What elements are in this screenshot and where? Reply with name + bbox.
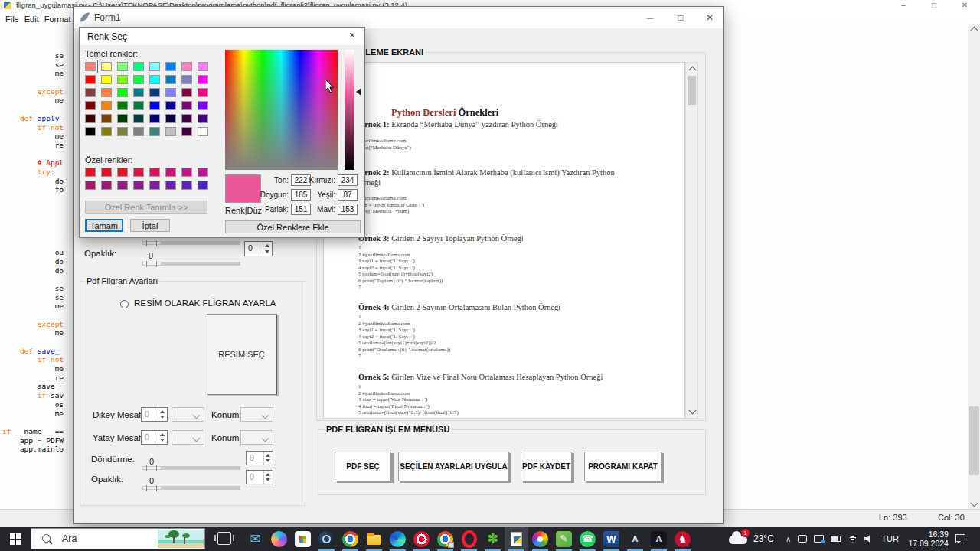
color-swatch[interactable] [181, 114, 192, 123]
tablet-mode-icon[interactable] [798, 535, 807, 543]
rotation-slider-bottom[interactable] [142, 466, 240, 470]
preview-scrollbar-thumb[interactable] [688, 76, 696, 105]
color-swatch[interactable] [149, 114, 160, 123]
paint-app-icon[interactable] [528, 527, 552, 551]
menu-format[interactable]: Format [44, 15, 71, 24]
color-swatch[interactable] [101, 114, 112, 123]
opacity-slider-bottom[interactable] [142, 486, 240, 490]
color-swatch[interactable] [165, 114, 176, 123]
opacity-slider[interactable] [142, 262, 240, 266]
color-swatch[interactable] [85, 181, 96, 190]
idle-maximize-button[interactable] [923, 0, 946, 10]
close-program-button[interactable]: PROGRAMI KAPAT [584, 452, 662, 481]
cancel-button[interactable]: İptal [130, 219, 170, 232]
color-swatch[interactable] [181, 75, 192, 84]
opacity-bottom-spinbox[interactable]: 0 [246, 470, 273, 484]
color-swatch[interactable] [198, 127, 208, 136]
color-swatch[interactable] [165, 168, 176, 177]
idle-scrollbar[interactable] [968, 24, 980, 509]
color-swatch[interactable] [181, 127, 192, 136]
color-swatch[interactable] [117, 127, 128, 136]
form1-close-button[interactable] [700, 10, 720, 25]
color-swatch[interactable] [181, 181, 192, 190]
define-custom-color-button[interactable]: Özel Renk Tanımla >> [85, 201, 207, 214]
color-swatch[interactable] [133, 88, 144, 97]
color-swatch[interactable] [101, 101, 112, 110]
opera-icon[interactable] [457, 527, 481, 551]
ok-button[interactable]: Tamam [85, 219, 123, 232]
color-swatch[interactable] [198, 114, 208, 123]
form1-maximize-button[interactable] [671, 10, 691, 25]
menu-file[interactable]: File [5, 15, 19, 24]
dark-app-a-icon[interactable]: A [623, 527, 647, 551]
kirmizi-input[interactable]: 234 [338, 174, 358, 186]
color-swatch[interactable] [133, 101, 144, 110]
mavi-input[interactable]: 153 [338, 204, 358, 215]
color-swatch[interactable] [165, 62, 176, 71]
color-swatch[interactable] [101, 181, 112, 190]
color-swatch[interactable] [117, 88, 128, 97]
volume-icon[interactable] [864, 535, 874, 543]
preview-scroll-up-icon[interactable] [689, 67, 697, 74]
luminance-bar[interactable] [345, 50, 354, 170]
color-swatch[interactable] [181, 88, 192, 97]
opacity-spinbox[interactable]: 0 [244, 241, 273, 256]
chrome-overlay-icon[interactable] [433, 527, 457, 551]
color-swatch[interactable] [85, 127, 96, 136]
color-swatch[interactable] [149, 168, 160, 177]
color-swatch[interactable] [101, 75, 112, 84]
color-swatch[interactable] [198, 88, 208, 97]
form1-titlebar[interactable]: Form1 [74, 7, 723, 28]
color-swatch[interactable] [181, 168, 192, 177]
search-daily-image[interactable] [158, 530, 204, 548]
file-explorer-icon[interactable] [362, 527, 386, 551]
rotation-slider[interactable] [142, 241, 240, 245]
horizontal-position-dropdown[interactable] [240, 430, 273, 445]
image-watermark-radio[interactable] [120, 300, 129, 308]
battery-icon[interactable] [831, 536, 841, 542]
color-swatch[interactable] [101, 88, 112, 97]
color-swatch[interactable] [149, 127, 160, 136]
task-view-icon[interactable] [217, 532, 231, 545]
color-swatch[interactable] [198, 181, 208, 190]
rotation-spinbox[interactable]: 0 [246, 451, 273, 465]
color-swatch[interactable] [85, 101, 96, 110]
color-swatch[interactable] [149, 181, 160, 190]
tray-expand-icon[interactable] [786, 535, 791, 543]
start-button[interactable] [0, 527, 31, 551]
chrome-icon[interactable] [338, 527, 362, 551]
yesil-input[interactable]: 87 [338, 189, 358, 201]
color-swatch[interactable] [117, 168, 128, 177]
horizontal-unit-dropdown[interactable] [172, 430, 204, 445]
color-swatch[interactable] [181, 62, 192, 71]
weather-widget[interactable]: 1 23°C [726, 527, 773, 551]
vertical-position-dropdown[interactable] [240, 407, 273, 422]
apply-settings-button[interactable]: SEÇİLEN AYARLARI UYGULA [398, 452, 509, 481]
color-swatch[interactable] [117, 114, 128, 123]
color-swatch[interactable] [117, 181, 128, 190]
color-swatch[interactable] [149, 62, 160, 71]
python-file-icon[interactable] [505, 527, 528, 551]
hue-saturation-field[interactable] [225, 50, 338, 170]
whatsapp-icon[interactable]: ☎ [576, 527, 599, 551]
preview-scroll-down-icon[interactable] [689, 407, 697, 415]
idle-minimize-button[interactable] [892, 0, 915, 10]
color-swatch[interactable] [133, 168, 144, 177]
scrollbar-thumb[interactable] [969, 406, 979, 475]
steam-icon[interactable] [315, 527, 338, 551]
pdf-save-button[interactable]: PDF KAYDET [521, 452, 572, 481]
preview-scrollbar[interactable] [685, 62, 698, 419]
idle-close-button[interactable] [953, 0, 976, 10]
color-swatch[interactable] [85, 75, 96, 84]
color-swatch[interactable] [85, 88, 96, 97]
scroll-up-icon[interactable] [971, 27, 978, 34]
color-swatch[interactable] [117, 101, 128, 110]
color-swatch[interactable] [198, 168, 208, 177]
photo-editor-icon[interactable]: ✎ [552, 527, 576, 551]
pdf-sec-button[interactable]: PDF SEÇ [335, 452, 391, 481]
color-swatch[interactable] [133, 181, 144, 190]
vertical-distance-spinbox[interactable]: 0 [141, 407, 168, 422]
color-dialog-close-button[interactable] [344, 31, 361, 43]
color-swatch[interactable] [85, 62, 96, 71]
color-dialog-titlebar[interactable]: Renk Seç [80, 28, 364, 45]
